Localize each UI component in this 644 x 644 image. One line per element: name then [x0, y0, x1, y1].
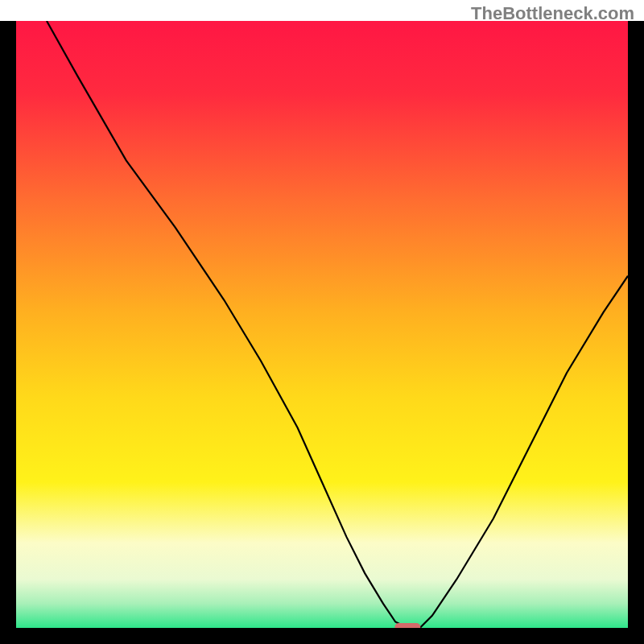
- watermark-text: TheBottleneck.com: [471, 3, 634, 24]
- bottleneck-chart: [16, 21, 628, 628]
- gradient-background: [16, 21, 628, 628]
- optimal-marker: [394, 623, 420, 628]
- chart-frame: [0, 21, 644, 644]
